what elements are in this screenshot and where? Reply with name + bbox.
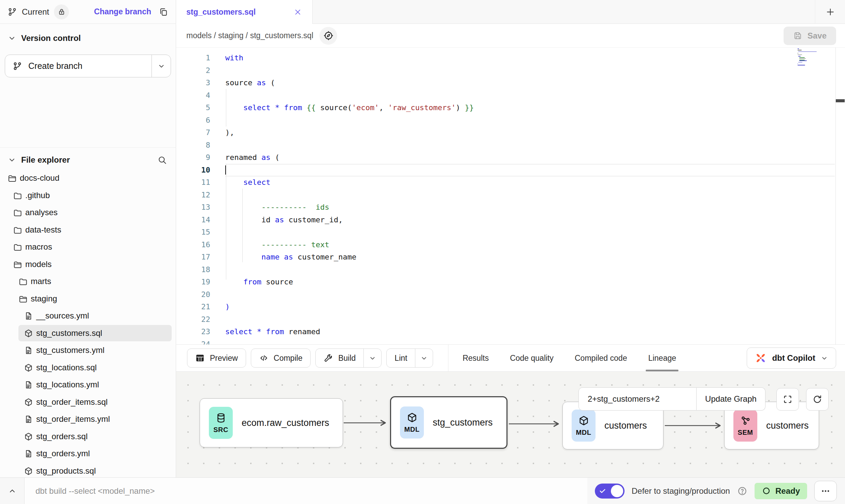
code-line-13[interactable]: ---------- ids xyxy=(225,201,835,214)
file-tree-item-macros[interactable]: macros xyxy=(0,238,176,256)
code-line-4[interactable] xyxy=(225,89,835,102)
line-number: 6 xyxy=(176,114,214,127)
code-line-18[interactable] xyxy=(225,264,835,276)
line-number: 2 xyxy=(176,64,214,77)
update-graph-button[interactable]: Update Graph xyxy=(697,387,765,411)
lineage-node-ecom.raw_customers[interactable]: SRCecom.raw_customers xyxy=(200,398,343,447)
code-line-11[interactable]: select xyxy=(225,176,835,189)
preview-button[interactable]: Preview xyxy=(187,349,246,368)
save-button[interactable]: Save xyxy=(784,27,836,45)
panel-tab-lineage[interactable]: Lineage xyxy=(638,345,687,371)
help-icon[interactable] xyxy=(737,486,747,496)
file-tree-item-label: macros xyxy=(25,242,52,252)
new-tab-button[interactable] xyxy=(815,0,845,24)
code-line-15[interactable] xyxy=(225,226,835,239)
file-tree-item-staging[interactable]: staging xyxy=(0,290,176,308)
minimap-line xyxy=(798,53,798,54)
file-tree-item-analyses[interactable]: analyses xyxy=(0,204,176,221)
node-label: customers xyxy=(604,420,647,431)
tab-stg-customers-sql[interactable]: stg_customers.sql xyxy=(176,0,313,24)
code-line-17[interactable]: name as customer_name xyxy=(225,251,835,264)
code-line-2[interactable] xyxy=(225,64,835,77)
file-tree-item-stg-locations-yml[interactable]: stg_locations.yml xyxy=(0,376,176,394)
file-tree-item--sources-yml[interactable]: __sources.yml xyxy=(0,307,176,325)
code-line-20[interactable] xyxy=(225,288,835,301)
code-line-5[interactable]: select * from {{ source('ecom', 'raw_cus… xyxy=(225,102,835,114)
command-bar-collapse-button[interactable] xyxy=(0,478,24,504)
lineage-node-stg_customers[interactable]: MDLstg_customers xyxy=(390,396,507,449)
panel-tab-code-quality[interactable]: Code quality xyxy=(499,345,564,371)
command-input[interactable]: dbt build --select <model_name> xyxy=(24,478,587,504)
dbt-logo-icon xyxy=(755,352,767,364)
dbt-copilot-button[interactable]: dbt Copilot xyxy=(747,347,836,369)
code-editor[interactable]: 123456789101112131415161718192021222324 … xyxy=(176,48,845,344)
branch-icon xyxy=(8,7,17,17)
scrollbar-track[interactable] xyxy=(835,47,845,344)
code-line-23[interactable]: select * from renamed xyxy=(225,326,835,338)
create-branch-button[interactable]: Create branch xyxy=(5,55,171,77)
copy-icon[interactable] xyxy=(159,7,168,17)
code-line-7[interactable]: ), xyxy=(225,127,835,139)
copilot-label: dbt Copilot xyxy=(772,353,815,363)
lint-dropdown[interactable] xyxy=(415,349,433,367)
code-lines[interactable]: withsource as ( select * from {{ source(… xyxy=(225,52,835,351)
refresh-button[interactable] xyxy=(806,388,829,411)
file-tree-item-stg-orders-sql[interactable]: stg_orders.sql xyxy=(0,428,176,445)
line-number-gutter: 123456789101112131415161718192021222324 xyxy=(176,52,214,351)
create-branch-main[interactable]: Create branch xyxy=(5,55,152,77)
more-options-button[interactable] xyxy=(814,481,837,501)
build-button-main[interactable]: Build xyxy=(316,349,363,367)
file-tree-item-stg-order-items-sql[interactable]: stg_order_items.sql xyxy=(0,394,176,411)
file-tree-item-docs-cloud[interactable]: docs-cloud xyxy=(0,169,176,187)
code-line-3[interactable]: source as ( xyxy=(225,77,835,89)
panel-tab-compiled-code[interactable]: Compiled code xyxy=(564,345,638,371)
code-line-10[interactable] xyxy=(225,164,835,177)
code-line-9[interactable]: renamed as ( xyxy=(225,151,835,164)
file-tree-item-stg-customers-sql[interactable]: stg_customers.sql xyxy=(0,325,176,342)
version-control-header[interactable]: Version control xyxy=(0,24,176,46)
compile-button[interactable]: Compile xyxy=(251,349,311,368)
build-label: Build xyxy=(338,354,356,363)
database-icon xyxy=(215,412,227,424)
fullscreen-button[interactable] xyxy=(776,388,799,411)
status-badge[interactable]: Ready xyxy=(755,483,807,499)
code-line-1[interactable]: with xyxy=(225,52,835,64)
node-badge-sem: SEM xyxy=(733,410,757,442)
code-line-21[interactable]: ) xyxy=(225,301,835,313)
code-line-8[interactable] xyxy=(225,139,835,152)
file-tree-item-stg-customers-yml[interactable]: stg_customers.yml xyxy=(0,342,176,359)
file-tree-item-models[interactable]: models xyxy=(0,256,176,273)
lint-button-main[interactable]: Lint xyxy=(387,349,415,367)
defer-toggle[interactable] xyxy=(595,484,625,499)
close-icon[interactable] xyxy=(293,8,302,16)
code-line-19[interactable]: from source xyxy=(225,276,835,288)
file-explorer-title: File explorer xyxy=(21,155,153,165)
file-tree-item-stg-products-sql[interactable]: stg_products.sql xyxy=(0,462,176,480)
file-tree-item-stg-locations-sql[interactable]: stg_locations.sql xyxy=(0,359,176,376)
file-tree-item-data-tests[interactable]: data-tests xyxy=(0,221,176,239)
code-line-16[interactable]: ---------- text xyxy=(225,239,835,251)
scrollbar-thumb[interactable] xyxy=(836,99,845,102)
search-icon[interactable] xyxy=(157,155,167,165)
code-line-12[interactable] xyxy=(225,189,835,202)
lineage-filter-input[interactable]: 2+stg_customers+2 xyxy=(578,387,697,411)
minimap[interactable] xyxy=(798,48,819,68)
code-line-22[interactable] xyxy=(225,313,835,326)
create-branch-dropdown[interactable] xyxy=(152,55,171,77)
file-tree-item-marts[interactable]: marts xyxy=(0,273,176,290)
file-explorer-header[interactable]: File explorer xyxy=(0,148,176,169)
explore-chip[interactable] xyxy=(319,27,337,45)
circle-icon xyxy=(762,486,771,495)
panel-tab-results[interactable]: Results xyxy=(452,345,499,371)
change-branch-link[interactable]: Change branch xyxy=(94,7,151,16)
code-line-14[interactable]: id as customer_id, xyxy=(225,214,835,226)
cube-icon xyxy=(406,412,418,423)
build-dropdown[interactable] xyxy=(363,349,381,367)
cube-icon xyxy=(24,398,33,407)
code-line-6[interactable] xyxy=(225,114,835,127)
file-tree-item-label: stg_locations.yml xyxy=(36,380,99,389)
file-tree-item-stg-order-items-yml[interactable]: stg_order_items.yml xyxy=(0,411,176,428)
file-tree-item--github[interactable]: .github xyxy=(0,187,176,204)
lineage-panel[interactable]: SRCecom.raw_customersMDLstg_customersMDL… xyxy=(176,372,845,477)
file-tree-item-stg-orders-yml[interactable]: stg_orders.yml xyxy=(0,445,176,462)
